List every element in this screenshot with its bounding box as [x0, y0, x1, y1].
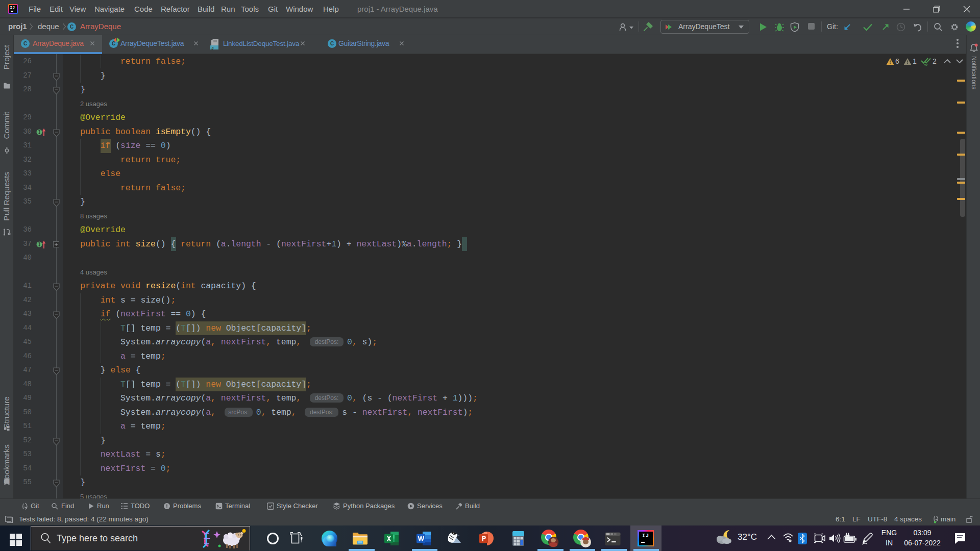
svg-text:J: J — [211, 46, 213, 51]
